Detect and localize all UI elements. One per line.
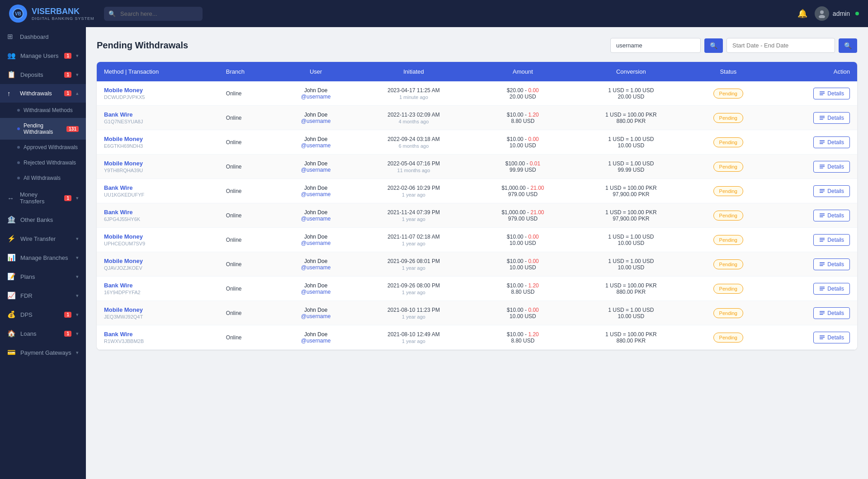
method-name[interactable]: Bank Wire [104, 331, 212, 338]
cell-method: Bank Wire 6JPG4J55HY6K [97, 203, 219, 228]
status-badge: Pending [713, 259, 743, 269]
conversion-rate: 1 USD = 100.00 PKR [580, 112, 682, 118]
sidebar-item-fdr[interactable]: 📈 FDR ▾ [0, 286, 86, 305]
user-link[interactable]: @username [284, 240, 348, 246]
details-button[interactable]: Details [813, 136, 850, 148]
converted-amount: 10.00 USD [580, 264, 682, 271]
sidebar-item-other-banks[interactable]: 🏦 Other Banks [0, 210, 86, 229]
notification-bell-icon[interactable]: 🔔 [797, 9, 807, 19]
details-button[interactable]: Details [813, 307, 850, 319]
method-name[interactable]: Mobile Money [104, 136, 212, 142]
details-button[interactable]: Details [813, 185, 850, 197]
method-name[interactable]: Mobile Money [104, 306, 212, 313]
sidebar-item-approved-withdrawals[interactable]: Approved Withdrawals [0, 140, 86, 155]
logo: VB VISERBANK DIGITAL BANKING SYSTEM [9, 5, 95, 23]
converted-amount: 880.00 PKR [580, 118, 682, 124]
cell-branch: Online [219, 301, 277, 325]
details-button[interactable]: Details [813, 258, 850, 270]
user-link[interactable]: @username [284, 118, 348, 124]
details-button[interactable]: Details [813, 283, 850, 295]
details-button[interactable]: Details [813, 112, 850, 124]
svg-rect-20 [820, 215, 825, 216]
username-filter-input[interactable] [610, 38, 701, 53]
global-search-input[interactable] [104, 7, 203, 21]
converted-amount: 99.99 USD [580, 167, 682, 173]
method-name[interactable]: Bank Wire [104, 209, 212, 216]
svg-rect-22 [820, 238, 825, 239]
sidebar-item-money-transfers[interactable]: ↔ Money Transfers 1 ▾ [0, 186, 86, 210]
method-name[interactable]: Mobile Money [104, 87, 212, 94]
user-link[interactable]: @username [284, 264, 348, 271]
sidebar-item-manage-users[interactable]: 👥 Manage Users 1 ▾ [0, 46, 86, 65]
sidebar-item-dashboard[interactable]: ⊞ Dashboard [0, 27, 86, 46]
sidebar-item-withdrawals[interactable]: ↑ Withdrawals 1 ▴ [0, 84, 86, 103]
date-range-input[interactable] [726, 38, 835, 53]
user-link[interactable]: @username [284, 313, 348, 319]
username-search-button[interactable]: 🔍 [704, 38, 723, 53]
time-ago: 4 months ago [362, 119, 466, 124]
bank-icon: 🏦 [7, 216, 16, 224]
user-link[interactable]: @username [284, 216, 348, 222]
user-link[interactable]: @username [284, 289, 348, 295]
svg-rect-5 [820, 93, 825, 94]
sidebar-item-plans[interactable]: 📝 Plans ▾ [0, 267, 86, 286]
method-name[interactable]: Bank Wire [104, 184, 212, 191]
details-button[interactable]: Details [813, 332, 850, 343]
tx-id: 16Y94DPFYFA2 [104, 290, 212, 295]
sidebar-item-wire-transfer[interactable]: ⚡ Wire Transfer ▾ [0, 229, 86, 248]
date-text: 2021-09-26 08:00 PM [362, 282, 466, 289]
user-link[interactable]: @username [284, 191, 348, 197]
cell-status: Pending [689, 203, 767, 228]
time-ago: 1 minute ago [362, 94, 466, 100]
user-link[interactable]: @username [284, 338, 348, 344]
details-button[interactable]: Details [813, 161, 850, 173]
sidebar-item-deposits[interactable]: 📋 Deposits 1 ▾ [0, 65, 86, 84]
method-name[interactable]: Bank Wire [104, 282, 212, 289]
user-name: John Doe [284, 160, 348, 167]
cell-user: John Doe @username [277, 106, 355, 130]
method-name[interactable]: Mobile Money [104, 233, 212, 240]
sidebar-item-dps[interactable]: 💰 DPS 1 ▾ [0, 305, 86, 324]
table-row: Bank Wire G1Q7NESYUA8J Online John Doe @… [97, 106, 857, 130]
bullet-icon [17, 146, 20, 149]
details-button[interactable]: Details [813, 234, 850, 246]
conversion-rate: 1 USD = 1.00 USD [580, 234, 682, 240]
sidebar-item-all-withdrawals[interactable]: All Withdrawals [0, 170, 86, 186]
svg-rect-29 [820, 288, 825, 289]
cell-status: Pending [689, 130, 767, 155]
user-link[interactable]: @username [284, 167, 348, 173]
status-badge: Pending [713, 308, 743, 318]
method-name[interactable]: Mobile Money [104, 160, 212, 167]
user-link[interactable]: @username [284, 94, 348, 100]
cell-amount: $10.00 - 1.20 8.80 USD [472, 325, 573, 350]
net-amount: 8.80 USD [480, 118, 566, 124]
sidebar-item-label: DPS [20, 311, 60, 318]
sidebar-item-pending-withdrawals[interactable]: Pending Withdrawals 131 [0, 118, 86, 140]
cell-conversion: 1 USD = 1.00 USD 10.00 USD [573, 252, 689, 277]
user-link[interactable]: @username [284, 142, 348, 149]
svg-rect-16 [820, 189, 825, 190]
date-search-button[interactable]: 🔍 [839, 38, 857, 53]
sidebar-item-payment-gateways[interactable]: 💳 Payment Gateways ▾ [0, 343, 86, 362]
cell-conversion: 1 USD = 1.00 USD 10.00 USD [573, 301, 689, 325]
method-name[interactable]: Bank Wire [104, 111, 212, 118]
cell-user: John Doe @username [277, 203, 355, 228]
cell-action: Details [767, 203, 857, 228]
time-ago: 1 year ago [362, 192, 466, 197]
chevron-down-icon: ▾ [76, 195, 79, 201]
method-name[interactable]: Mobile Money [104, 258, 212, 264]
time-ago: 1 year ago [362, 265, 466, 271]
sidebar-item-label: Manage Users [20, 52, 60, 59]
sidebar-item-rejected-withdrawals[interactable]: Rejected Withdrawals [0, 155, 86, 170]
admin-area[interactable]: admin [815, 6, 859, 21]
table-row: Mobile Money E6GTKH69NDH3 Online John Do… [97, 130, 857, 155]
user-name: John Doe [284, 87, 348, 94]
details-button[interactable]: Details [813, 210, 850, 221]
sidebar-item-withdrawal-methods[interactable]: Withdrawal Methods [0, 103, 86, 118]
cell-status: Pending [689, 179, 767, 203]
cell-initiated: 2022-09-24 03:18 AM 6 months ago [355, 130, 473, 155]
details-button[interactable]: Details [813, 88, 850, 99]
cell-branch: Online [219, 106, 277, 130]
sidebar-item-loans[interactable]: 🏠 Loans 1 ▾ [0, 324, 86, 343]
sidebar-item-manage-branches[interactable]: 📊 Manage Branches ▾ [0, 248, 86, 267]
